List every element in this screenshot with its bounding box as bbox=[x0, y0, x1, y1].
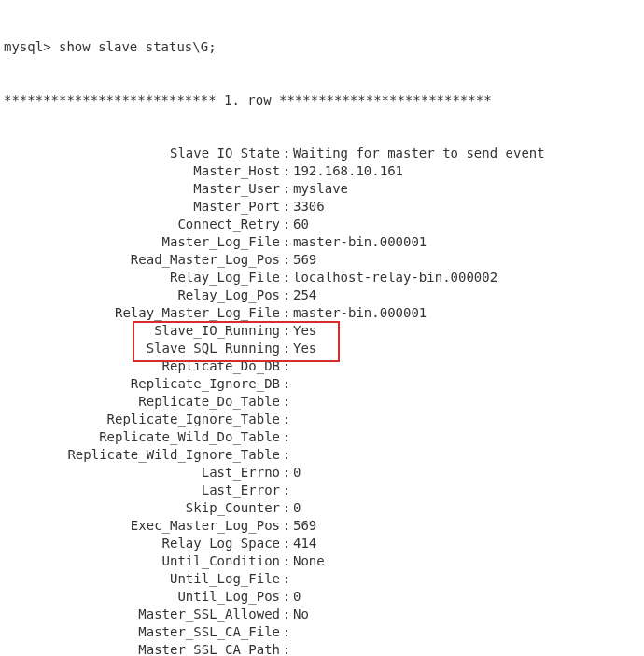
status-sep: : bbox=[280, 216, 293, 233]
status-row: Master_Port:3306 bbox=[0, 198, 644, 216]
status-row: Slave_SQL_Running:Yes bbox=[0, 340, 644, 357]
status-sep: : bbox=[280, 357, 293, 375]
row-header: *************************** 1. row *****… bbox=[0, 91, 644, 109]
status-row: Replicate_Do_Table: bbox=[0, 393, 644, 411]
status-value: 569 bbox=[293, 251, 644, 269]
status-sep: : bbox=[280, 198, 293, 216]
status-key: Replicate_Ignore_DB bbox=[0, 375, 280, 393]
status-value bbox=[293, 482, 644, 499]
status-sep: : bbox=[280, 411, 293, 428]
status-sep: : bbox=[280, 322, 293, 340]
status-sep: : bbox=[280, 428, 293, 446]
status-sep: : bbox=[280, 393, 293, 411]
status-key: Skip_Counter bbox=[0, 499, 280, 517]
status-key: Master_Log_File bbox=[0, 233, 280, 251]
status-key: Until_Condition bbox=[0, 552, 280, 570]
status-row: Until_Log_File: bbox=[0, 570, 644, 588]
status-value: master-bin.000001 bbox=[293, 304, 644, 322]
status-row: Replicate_Wild_Do_Table: bbox=[0, 428, 644, 446]
status-sep: : bbox=[280, 286, 293, 304]
status-value bbox=[293, 375, 644, 393]
status-sep: : bbox=[280, 145, 293, 162]
status-key: Last_Error bbox=[0, 482, 280, 499]
status-value: master-bin.000001 bbox=[293, 233, 644, 251]
status-key: Relay_Master_Log_File bbox=[0, 304, 280, 322]
status-value: 254 bbox=[293, 286, 644, 304]
status-sep: : bbox=[280, 517, 293, 535]
status-row: Master_Host:192.168.10.161 bbox=[0, 162, 644, 180]
status-sep: : bbox=[280, 570, 293, 588]
status-key: Master_User bbox=[0, 180, 280, 198]
status-key: Until_Log_Pos bbox=[0, 588, 280, 606]
status-key: Replicate_Wild_Do_Table bbox=[0, 428, 280, 446]
status-row: Relay_Log_Pos:254 bbox=[0, 286, 644, 304]
status-key: Slave_IO_State bbox=[0, 145, 280, 162]
status-key: Exec_Master_Log_Pos bbox=[0, 517, 280, 535]
status-sep: : bbox=[280, 641, 293, 656]
status-row: Master_SSL_CA_File: bbox=[0, 623, 644, 641]
status-key: Replicate_Do_Table bbox=[0, 393, 280, 411]
status-value: 0 bbox=[293, 588, 644, 606]
status-rows: Slave_IO_State:Waiting for master to sen… bbox=[0, 145, 644, 656]
status-row: Skip_Counter:0 bbox=[0, 499, 644, 517]
status-value bbox=[293, 623, 644, 641]
status-row: Until_Condition:None bbox=[0, 552, 644, 570]
status-key: Read_Master_Log_Pos bbox=[0, 251, 280, 269]
status-value: No bbox=[293, 606, 644, 623]
status-key: Master_Host bbox=[0, 162, 280, 180]
status-sep: : bbox=[280, 464, 293, 482]
status-value: 414 bbox=[293, 535, 644, 552]
status-row: Replicate_Do_DB: bbox=[0, 357, 644, 375]
status-row: Until_Log_Pos:0 bbox=[0, 588, 644, 606]
status-sep: : bbox=[280, 552, 293, 570]
status-sep: : bbox=[280, 606, 293, 623]
status-row: Relay_Master_Log_File:master-bin.000001 bbox=[0, 304, 644, 322]
status-value: 192.168.10.161 bbox=[293, 162, 644, 180]
status-key: Master_SSL_CA_File bbox=[0, 623, 280, 641]
status-value bbox=[293, 393, 644, 411]
status-value: localhost-relay-bin.000002 bbox=[293, 269, 644, 286]
status-value: 3306 bbox=[293, 198, 644, 216]
status-sep: : bbox=[280, 340, 293, 357]
status-row: Master_Log_File:master-bin.000001 bbox=[0, 233, 644, 251]
status-key: Master_SSL_Allowed bbox=[0, 606, 280, 623]
status-key: Master_SSL_CA_Path bbox=[0, 641, 280, 656]
status-sep: : bbox=[280, 162, 293, 180]
status-sep: : bbox=[280, 375, 293, 393]
status-sep: : bbox=[280, 269, 293, 286]
status-value bbox=[293, 357, 644, 375]
status-sep: : bbox=[280, 180, 293, 198]
status-row: Connect_Retry:60 bbox=[0, 216, 644, 233]
status-key: Relay_Log_Pos bbox=[0, 286, 280, 304]
status-value: 60 bbox=[293, 216, 644, 233]
status-sep: : bbox=[280, 623, 293, 641]
status-row: Master_User:myslave bbox=[0, 180, 644, 198]
status-value bbox=[293, 428, 644, 446]
status-row: Read_Master_Log_Pos:569 bbox=[0, 251, 644, 269]
status-row: Slave_IO_State:Waiting for master to sen… bbox=[0, 145, 644, 162]
status-key: Relay_Log_File bbox=[0, 269, 280, 286]
mysql-prompt: mysql> show slave status\G; bbox=[0, 38, 644, 56]
status-key: Replicate_Ignore_Table bbox=[0, 411, 280, 428]
status-key: Master_Port bbox=[0, 198, 280, 216]
status-row: Replicate_Ignore_Table: bbox=[0, 411, 644, 428]
status-row: Relay_Log_File:localhost-relay-bin.00000… bbox=[0, 269, 644, 286]
status-value: 0 bbox=[293, 499, 644, 517]
status-value bbox=[293, 446, 644, 464]
status-row: Master_SSL_Allowed:No bbox=[0, 606, 644, 623]
status-key: Connect_Retry bbox=[0, 216, 280, 233]
status-value: None bbox=[293, 552, 644, 570]
status-row: Replicate_Ignore_DB: bbox=[0, 375, 644, 393]
status-key: Slave_SQL_Running bbox=[0, 340, 280, 357]
status-sep: : bbox=[280, 304, 293, 322]
status-key: Until_Log_File bbox=[0, 570, 280, 588]
status-row: Relay_Log_Space:414 bbox=[0, 535, 644, 552]
status-value: myslave bbox=[293, 180, 644, 198]
status-sep: : bbox=[280, 535, 293, 552]
status-sep: : bbox=[280, 588, 293, 606]
status-value bbox=[293, 570, 644, 588]
status-row: Slave_IO_Running:Yes bbox=[0, 322, 644, 340]
status-key: Relay_Log_Space bbox=[0, 535, 280, 552]
status-value: Waiting for master to send event bbox=[293, 145, 644, 162]
status-key: Replicate_Do_DB bbox=[0, 357, 280, 375]
